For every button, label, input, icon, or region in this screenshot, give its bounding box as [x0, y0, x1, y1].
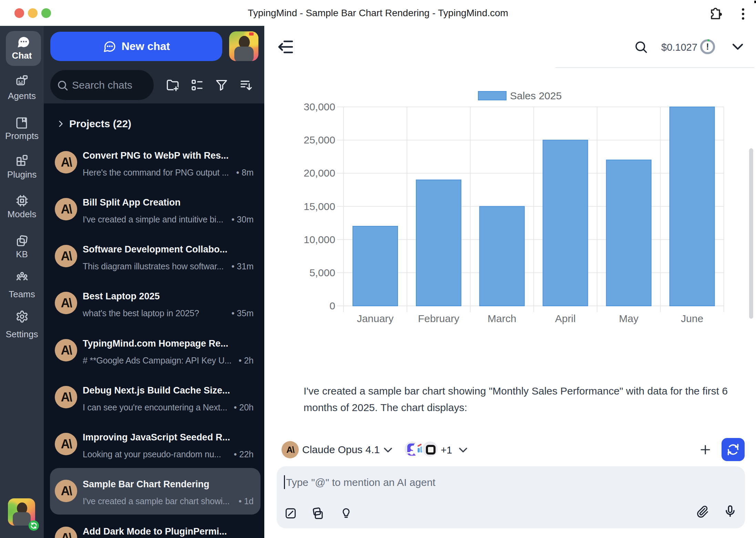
svg-text:February: February — [418, 313, 459, 324]
svg-text:April: April — [555, 313, 576, 324]
svg-text:June: June — [681, 313, 703, 324]
svg-text:May: May — [619, 313, 638, 324]
svg-text:25,000: 25,000 — [304, 134, 335, 146]
svg-text:January: January — [357, 313, 394, 324]
svg-text:March: March — [488, 313, 516, 324]
svg-text:10,000: 10,000 — [304, 234, 335, 245]
svg-text:30,000: 30,000 — [304, 101, 335, 112]
svg-text:0: 0 — [329, 300, 335, 311]
svg-text:5,000: 5,000 — [309, 267, 335, 278]
svg-text:Sales 2025: Sales 2025 — [510, 90, 562, 101]
svg-text:15,000: 15,000 — [304, 201, 335, 212]
svg-text:20,000: 20,000 — [304, 167, 335, 179]
svg-text:!: ! — [706, 42, 709, 51]
